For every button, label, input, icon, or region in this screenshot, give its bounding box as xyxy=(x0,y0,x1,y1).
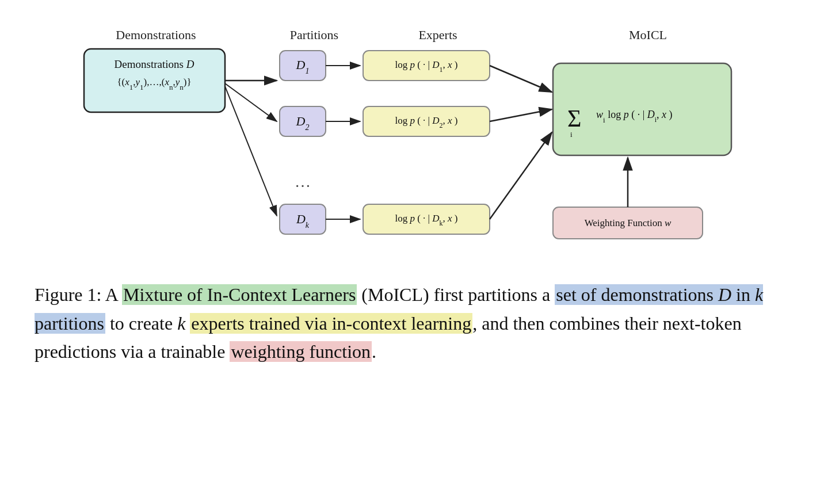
caption-period: . xyxy=(372,341,376,362)
caption-text: Figure 1: A Mixture of In-Context Learne… xyxy=(35,281,789,366)
diagram-section: Demonstrations Partitions Experts MoICL … xyxy=(35,17,789,265)
moicl-sigma: Σ xyxy=(567,105,581,132)
caption-experts: experts trained via in-context learning xyxy=(190,313,472,334)
dots: … xyxy=(295,173,311,190)
arrow-demo-to-pk xyxy=(225,86,277,216)
diagram-svg: Demonstrations Partitions Experts MoICL … xyxy=(67,17,757,265)
arrow-ek-moicl xyxy=(490,132,552,219)
page-container: Demonstrations Partitions Experts MoICL … xyxy=(0,0,824,504)
caption-part-3: to create k xyxy=(105,313,190,334)
arrow-e1-moicl xyxy=(490,66,552,92)
label-moicl: MoICL xyxy=(629,28,667,42)
arrow-demo-to-p2 xyxy=(225,83,277,121)
demo-label1: Demonstrations D xyxy=(115,58,194,70)
label-partitions: Partitions xyxy=(290,28,338,42)
caption-part-1: A xyxy=(105,284,122,305)
label-demonstrations: Demonstrations xyxy=(116,28,196,42)
caption-label: Figure 1: xyxy=(35,284,101,305)
moicl-sigma-i: i xyxy=(570,130,573,139)
weight-label: Weighting Function w xyxy=(585,217,672,228)
caption-section: Figure 1: A Mixture of In-Context Learne… xyxy=(35,281,789,366)
caption-weighting: weighting function xyxy=(230,341,372,362)
caption-mixture: Mixture of In-Context Learners xyxy=(122,284,357,305)
label-experts: Experts xyxy=(418,28,457,42)
arrow-e2-moicl xyxy=(490,109,552,121)
caption-part-2: (MoICL) first partitions a xyxy=(357,284,555,305)
